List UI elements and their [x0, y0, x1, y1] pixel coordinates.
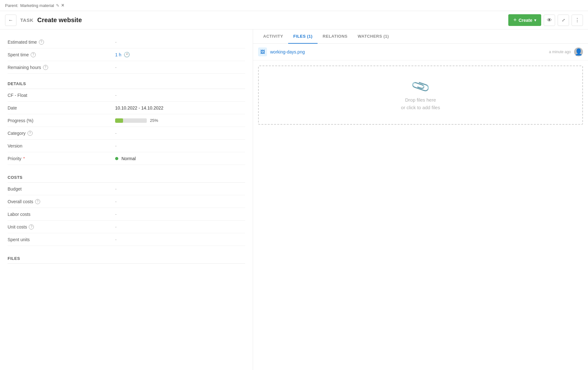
priority-row: Priority * Normal [8, 152, 245, 165]
labor-costs-value[interactable]: - [115, 212, 245, 217]
breadcrumb-parent-link[interactable]: Marketing material [20, 3, 54, 8]
category-label: Category ? [8, 131, 115, 136]
progress-bar-background[interactable] [115, 118, 147, 123]
header-left: ← TASK Create website [5, 15, 82, 26]
expand-button[interactable]: ⤢ [558, 15, 569, 26]
unit-costs-row: Unit costs ? - [8, 221, 245, 233]
unit-costs-label: Unit costs ? [8, 224, 115, 229]
remaining-hours-label: Remaining hours ? [8, 65, 115, 70]
create-button[interactable]: + Create ▾ [508, 14, 541, 26]
header-row: ← TASK Create website + Create ▾ 👁 ⤢ ⋮ [0, 11, 588, 29]
date-row: Date 10.10.2022 - 14.10.2022 [8, 102, 245, 114]
details-section-header: DETAILS [8, 76, 245, 89]
avatar: 👤 [574, 47, 583, 56]
progress-bar-fill [115, 118, 123, 123]
file-name[interactable]: working-days.png [270, 49, 305, 54]
overall-costs-help-icon[interactable]: ? [35, 199, 40, 204]
estimated-time-row: Estimated time ? - [8, 36, 245, 48]
paperclip-icon: 📎 [410, 76, 431, 97]
category-help-icon[interactable]: ? [28, 131, 33, 136]
files-bottom-section-header: FILES [8, 251, 245, 264]
cf-float-value[interactable]: - [115, 93, 245, 98]
tabs-row: ACTIVITY FILES (1) RELATIONS WATCHERS (1… [253, 29, 588, 44]
breadcrumb-close-icon[interactable]: × [61, 3, 64, 8]
remaining-hours-row: Remaining hours ? - [8, 61, 245, 74]
remaining-hours-help-icon[interactable]: ? [43, 65, 48, 70]
breadcrumb-parent-label: Parent: [5, 3, 18, 8]
unit-costs-help-icon[interactable]: ? [29, 224, 34, 229]
tab-relations[interactable]: RELATIONS [318, 29, 353, 44]
estimated-time-value[interactable]: - [115, 40, 245, 45]
estimated-time-help-icon[interactable]: ? [39, 40, 44, 45]
drop-zone[interactable]: 📎 Drop files here or click to add files [258, 66, 583, 125]
expand-icon: ⤢ [562, 18, 565, 22]
right-panel: ACTIVITY FILES (1) RELATIONS WATCHERS (1… [253, 29, 588, 370]
priority-label: Priority * [8, 156, 115, 161]
task-label: TASK [20, 17, 34, 23]
file-thumbnail-icon: 🖼 [258, 47, 267, 56]
breadcrumb-edit-icon[interactable]: ✎ [56, 3, 59, 8]
more-menu-button[interactable]: ⋮ [572, 15, 583, 26]
eye-icon: 👁 [547, 17, 552, 23]
unit-costs-value[interactable]: - [115, 224, 245, 229]
left-panel: Estimated time ? - Spent time ? 1 h 🕐 Re… [0, 29, 253, 370]
estimated-time-label: Estimated time ? [8, 40, 115, 45]
category-value[interactable]: - [115, 131, 245, 136]
tab-watchers[interactable]: WATCHERS (1) [353, 29, 394, 44]
priority-dot-icon [115, 157, 118, 160]
view-button[interactable]: 👁 [544, 15, 555, 26]
progress-row: Progress (%) 25% [8, 114, 245, 127]
remaining-hours-value[interactable]: - [115, 65, 245, 70]
date-label: Date [8, 105, 115, 110]
budget-value[interactable]: - [115, 186, 245, 191]
tab-activity[interactable]: ACTIVITY [258, 29, 288, 44]
date-value[interactable]: 10.10.2022 - 14.10.2022 [115, 105, 245, 110]
back-button[interactable]: ← [5, 15, 16, 26]
version-row: Version - [8, 140, 245, 152]
priority-value: Normal [115, 156, 245, 161]
create-chevron-icon: ▾ [534, 18, 536, 22]
file-timestamp: a minute ago [549, 50, 571, 54]
spent-units-row: Spent units - [8, 233, 245, 246]
clock-icon[interactable]: 🕐 [124, 52, 130, 58]
main-layout: Estimated time ? - Spent time ? 1 h 🕐 Re… [0, 29, 588, 370]
cf-float-row: CF - Float - [8, 89, 245, 102]
spent-time-help-icon[interactable]: ? [31, 52, 36, 57]
labor-costs-row: Labor costs - [8, 208, 245, 221]
progress-text: 25% [150, 118, 158, 123]
spent-units-label: Spent units [8, 237, 115, 242]
spent-time-value: 1 h 🕐 [115, 52, 245, 58]
progress-label: Progress (%) [8, 118, 115, 123]
create-plus-icon: + [513, 17, 517, 23]
spent-time-label: Spent time ? [8, 52, 115, 57]
drop-zone-text: Drop files here or click to add files [401, 96, 440, 111]
file-item-left: 🖼 working-days.png [258, 47, 305, 56]
version-value[interactable]: - [115, 143, 245, 148]
spent-units-value[interactable]: - [115, 237, 245, 242]
spent-time-row: Spent time ? 1 h 🕐 [8, 48, 245, 61]
labor-costs-label: Labor costs [8, 212, 115, 217]
progress-container: 25% [115, 118, 245, 123]
version-label: Version [8, 143, 115, 148]
cf-float-label: CF - Float [8, 93, 115, 98]
overall-costs-row: Overall costs ? - [8, 195, 245, 208]
file-item: 🖼 working-days.png a minute ago 👤 [253, 44, 588, 60]
progress-value: 25% [115, 118, 245, 123]
costs-section-header: COSTS [8, 170, 245, 183]
task-title: Create website [37, 16, 82, 24]
breadcrumb-bar: Parent: Marketing material ✎ × [0, 0, 588, 11]
more-icon: ⋮ [575, 17, 580, 23]
back-icon: ← [8, 17, 13, 23]
file-meta-right: a minute ago 👤 [549, 47, 583, 56]
overall-costs-value[interactable]: - [115, 199, 245, 204]
overall-costs-label: Overall costs ? [8, 199, 115, 204]
priority-required-star: * [23, 156, 25, 161]
tab-files[interactable]: FILES (1) [288, 29, 318, 44]
avatar-image: 👤 [575, 48, 583, 56]
category-row: Category ? - [8, 127, 245, 140]
budget-row: Budget - [8, 183, 245, 195]
create-label: Create [518, 18, 532, 23]
header-right: + Create ▾ 👁 ⤢ ⋮ [508, 14, 583, 26]
budget-label: Budget [8, 186, 115, 191]
